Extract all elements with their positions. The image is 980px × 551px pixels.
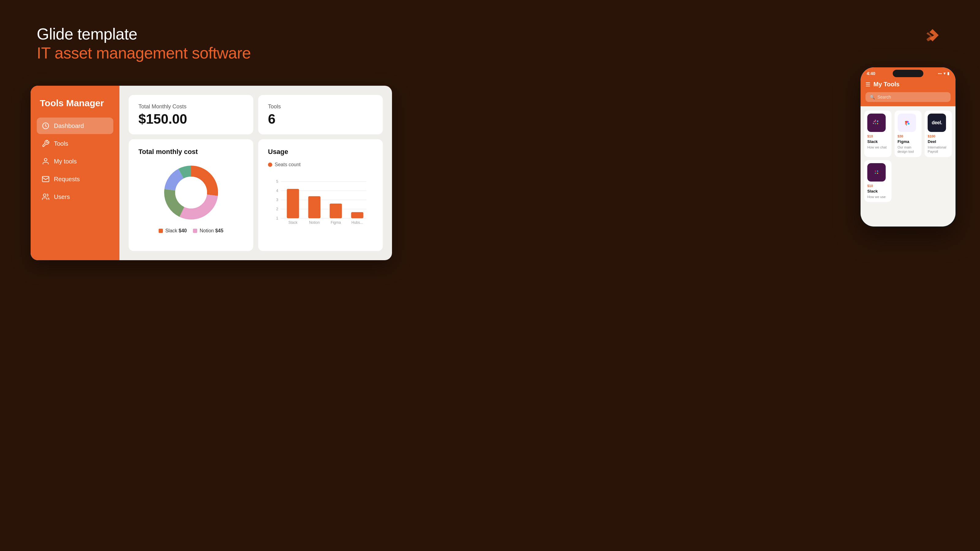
donut-chart-title: Total monthly cost bbox=[138, 148, 243, 156]
svg-point-31 bbox=[875, 123, 876, 124]
sidebar: Tools Manager Dashboard Tools bbox=[30, 86, 119, 260]
svg-point-35 bbox=[908, 123, 910, 125]
sidebar-item-tools[interactable]: Tools bbox=[37, 135, 113, 152]
svg-rect-20 bbox=[287, 189, 299, 218]
tool-name-slack-1: Slack bbox=[867, 139, 888, 144]
bar-chart-svg: 5 4 3 2 1 Slack Notion Figma Hubs... bbox=[268, 172, 373, 227]
sidebar-item-label: My tools bbox=[54, 158, 76, 165]
svg-rect-22 bbox=[330, 203, 342, 218]
sidebar-item-users[interactable]: Users bbox=[37, 189, 113, 205]
person-icon bbox=[41, 157, 49, 165]
glide-logo bbox=[919, 24, 943, 49]
svg-point-38 bbox=[877, 170, 878, 172]
tool-price-slack-1: $10 bbox=[867, 134, 888, 138]
sidebar-item-label: Users bbox=[54, 194, 70, 200]
usage-dot bbox=[268, 162, 272, 167]
svg-text:4: 4 bbox=[276, 189, 278, 193]
tool-card-slack-1[interactable]: $10 Slack How we chat bbox=[864, 111, 891, 157]
mail-icon bbox=[41, 175, 49, 183]
deel-logo: deel. bbox=[928, 114, 946, 132]
svg-rect-28 bbox=[871, 117, 882, 128]
sidebar-item-label: Tools bbox=[54, 140, 68, 147]
slack-logo-2 bbox=[867, 163, 886, 181]
svg-rect-36 bbox=[871, 167, 882, 178]
svg-point-39 bbox=[875, 173, 876, 174]
usage-legend: Seats count bbox=[268, 162, 373, 167]
phone-search-container: 🔍 Search bbox=[861, 92, 956, 106]
legend-label-slack: Slack $40 bbox=[165, 228, 187, 233]
donut-container: Slack $40 Notion $45 bbox=[138, 162, 243, 233]
wrench-icon bbox=[41, 140, 49, 148]
svg-text:1: 1 bbox=[276, 216, 278, 221]
sidebar-item-mytools[interactable]: My tools bbox=[37, 153, 113, 170]
phone-time: 4:40 bbox=[867, 71, 875, 76]
sidebar-nav: Dashboard Tools My tools bbox=[37, 118, 113, 205]
tools-count-card: Tools 6 bbox=[258, 95, 383, 134]
header-title: IT asset management software bbox=[37, 43, 251, 62]
wifi-icon: ▾ bbox=[943, 71, 945, 76]
tool-name-slack-2: Slack bbox=[867, 189, 888, 194]
tool-card-figma[interactable]: $30 Figma Our main design tool bbox=[894, 111, 922, 157]
tools-grid: $10 Slack How we chat bbox=[864, 111, 952, 157]
phone-notch bbox=[893, 70, 923, 77]
tool-name-deel: Deel bbox=[928, 139, 949, 144]
phone-header: ☰ My Tools bbox=[861, 78, 956, 92]
sidebar-item-label: Requests bbox=[54, 176, 80, 183]
tool-price-deel: $100 bbox=[928, 134, 949, 138]
svg-text:3: 3 bbox=[276, 198, 278, 202]
donut-chart-svg bbox=[161, 162, 222, 223]
svg-rect-33 bbox=[875, 121, 876, 122]
phone-status-bar: 4:40 ▪▪▪ ▾ ▮ bbox=[861, 67, 956, 78]
donut-legend: Slack $40 Notion $45 bbox=[159, 228, 224, 233]
svg-point-30 bbox=[877, 121, 878, 122]
app-window: Tools Manager Dashboard Tools bbox=[30, 86, 392, 260]
sidebar-item-requests[interactable]: Requests bbox=[37, 171, 113, 187]
battery-icon: ▮ bbox=[947, 71, 950, 76]
legend-slack: Slack $40 bbox=[159, 228, 187, 233]
tool-card-slack-2[interactable]: $10 Slack How we use bbox=[864, 160, 891, 202]
phone-overlay: 4:40 ▪▪▪ ▾ ▮ ☰ My Tools 🔍 Search bbox=[861, 67, 956, 227]
slack-logo bbox=[867, 114, 886, 132]
main-content: Total Monthly Costs $150.00 Tools 6 Tota… bbox=[119, 86, 392, 260]
signal-icon: ▪▪▪ bbox=[938, 71, 942, 76]
svg-rect-21 bbox=[309, 196, 321, 218]
tool-card-deel[interactable]: deel. $100 Deel International Payroll bbox=[924, 111, 952, 157]
menu-icon[interactable]: ☰ bbox=[865, 81, 870, 88]
monthly-cost-value: $150.00 bbox=[138, 112, 243, 126]
search-icon: 🔍 bbox=[870, 95, 875, 100]
svg-point-37 bbox=[875, 170, 876, 172]
tool-desc-slack-1: How we chat bbox=[867, 145, 888, 149]
tools-value: 6 bbox=[268, 112, 373, 126]
sidebar-title: Tools Manager bbox=[37, 98, 113, 108]
header-section: Glide template IT asset management softw… bbox=[37, 24, 251, 63]
status-right: ▪▪▪ ▾ ▮ bbox=[938, 71, 950, 76]
phone-body: $10 Slack How we chat bbox=[861, 106, 956, 227]
usage-legend-label: Seats count bbox=[275, 162, 301, 167]
svg-point-9 bbox=[175, 176, 207, 208]
svg-point-32 bbox=[877, 123, 878, 124]
tools-label: Tools bbox=[268, 103, 373, 110]
svg-point-3 bbox=[43, 194, 46, 197]
search-bar[interactable]: 🔍 Search bbox=[865, 92, 951, 102]
legend-label-notion: Notion $45 bbox=[200, 228, 223, 233]
svg-text:Hubs...: Hubs... bbox=[351, 221, 363, 225]
svg-point-40 bbox=[877, 173, 878, 174]
tool-price-slack-2: $10 bbox=[867, 184, 888, 187]
tool-name-figma: Figma bbox=[897, 139, 919, 144]
tools-grid-row2: $10 Slack How we use bbox=[864, 160, 952, 202]
svg-rect-2 bbox=[42, 176, 49, 181]
background bbox=[0, 0, 980, 551]
figma-logo bbox=[897, 114, 916, 132]
clock-icon bbox=[41, 122, 49, 130]
sidebar-item-dashboard[interactable]: Dashboard bbox=[37, 118, 113, 134]
phone-nav-title: My Tools bbox=[873, 81, 899, 88]
bar-chart-title: Usage bbox=[268, 148, 373, 156]
monthly-cost-label: Total Monthly Costs bbox=[138, 103, 243, 110]
tool-desc-deel: International Payroll bbox=[928, 145, 949, 154]
monthly-cost-card: Total Monthly Costs $150.00 bbox=[129, 95, 253, 134]
svg-text:Slack: Slack bbox=[288, 221, 298, 225]
svg-text:5: 5 bbox=[276, 179, 278, 184]
svg-text:2: 2 bbox=[276, 207, 278, 211]
svg-text:Notion: Notion bbox=[309, 221, 320, 225]
bar-chart-card: Usage Seats count 5 4 3 2 1 bbox=[258, 139, 383, 251]
